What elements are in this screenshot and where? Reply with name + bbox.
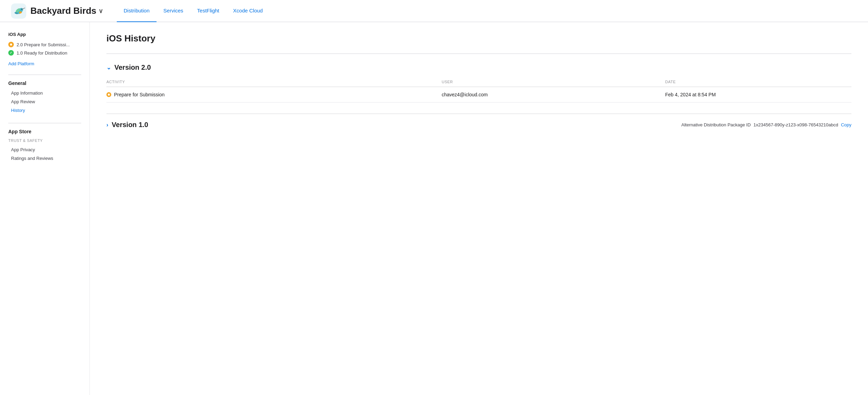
table-cell-activity: Prepare for Submission bbox=[106, 87, 442, 103]
svg-point-3 bbox=[20, 8, 23, 11]
version-1-chevron: › bbox=[106, 122, 108, 128]
tab-services[interactable]: Services bbox=[157, 0, 190, 22]
app-header: Backyard Birds ∨ Distribution Services T… bbox=[0, 0, 868, 22]
page-layout: iOS App 2.0 Prepare for Submissi... 1.0 … bbox=[0, 22, 868, 395]
app-title[interactable]: Backyard Birds ∨ bbox=[30, 6, 103, 16]
sidebar-appstore-label: App Store bbox=[8, 129, 81, 134]
version-1-section: › Version 1.0 Alternative Distribution P… bbox=[106, 121, 851, 129]
sidebar-trust-safety-label: TRUST & SAFETY bbox=[8, 138, 81, 143]
sidebar-version-1[interactable]: 1.0 Ready for Distribution bbox=[8, 49, 81, 57]
sidebar-item-ratings-reviews[interactable]: Ratings and Reviews bbox=[8, 154, 81, 163]
table-header-row: ACTIVITY USER DATE bbox=[106, 77, 851, 87]
col-header-user: USER bbox=[442, 77, 665, 87]
sidebar-ios-label: iOS App bbox=[8, 32, 81, 37]
version-divider bbox=[106, 114, 851, 114]
app-name-chevron: ∨ bbox=[98, 7, 103, 15]
activity-text: Prepare for Submission bbox=[114, 92, 164, 97]
activity-cell: Prepare for Submission bbox=[106, 92, 436, 97]
version-1-header[interactable]: › Version 1.0 Alternative Distribution P… bbox=[106, 121, 851, 129]
version-2-title: Version 2.0 bbox=[114, 64, 151, 71]
sidebar-ios-section: iOS App 2.0 Prepare for Submissi... 1.0 … bbox=[8, 32, 81, 66]
table-row: Prepare for Submission chavez4@icloud.co… bbox=[106, 87, 851, 103]
svg-point-5 bbox=[21, 9, 22, 9]
tab-distribution[interactable]: Distribution bbox=[117, 0, 157, 22]
app-identity: Backyard Birds ∨ bbox=[11, 3, 103, 19]
version-2-table: ACTIVITY USER DATE Prepare for Submissio… bbox=[106, 77, 851, 103]
activity-status-dot bbox=[106, 92, 111, 97]
sidebar-item-app-information[interactable]: App Information bbox=[8, 89, 81, 97]
table-cell-date: Feb 4, 2024 at 8:54 PM bbox=[665, 87, 851, 103]
main-divider-top bbox=[106, 54, 851, 54]
sidebar-divider-1 bbox=[8, 75, 81, 75]
sidebar-v1-text: 1.0 Ready for Distribution bbox=[17, 50, 67, 56]
sidebar-item-app-privacy[interactable]: App Privacy bbox=[8, 145, 81, 154]
col-header-activity: ACTIVITY bbox=[106, 77, 442, 87]
sidebar-general-label: General bbox=[8, 80, 81, 86]
version-2-header[interactable]: ⌄ Version 2.0 bbox=[106, 64, 851, 71]
version-2-chevron: ⌄ bbox=[106, 64, 111, 71]
version-1-alt-id-container: Alternative Distribution Package ID 1x23… bbox=[681, 122, 851, 127]
sidebar-item-app-review[interactable]: App Review bbox=[8, 97, 81, 106]
version-1-title: Version 1.0 bbox=[112, 121, 148, 129]
alt-distribution-label: Alternative Distribution Package ID bbox=[681, 122, 751, 127]
version-2-section: ⌄ Version 2.0 ACTIVITY USER DATE bbox=[106, 64, 851, 103]
col-header-date: DATE bbox=[665, 77, 851, 87]
tab-testflight[interactable]: TestFlight bbox=[190, 0, 226, 22]
sidebar-divider-2 bbox=[8, 123, 81, 123]
copy-button[interactable]: Copy bbox=[841, 122, 851, 127]
page-title: iOS History bbox=[106, 33, 851, 44]
main-content: iOS History ⌄ Version 2.0 ACTIVITY USER … bbox=[90, 22, 868, 395]
sidebar-appstore-section: App Store TRUST & SAFETY App Privacy Rat… bbox=[8, 129, 81, 163]
app-icon bbox=[11, 3, 26, 19]
status-dot-yellow-v2 bbox=[8, 42, 14, 47]
status-dot-green-v1 bbox=[8, 50, 14, 56]
add-platform-link[interactable]: Add Platform bbox=[8, 61, 81, 66]
table-cell-user: chavez4@icloud.com bbox=[442, 87, 665, 103]
top-nav: Distribution Services TestFlight Xcode C… bbox=[117, 0, 270, 22]
tab-xcode-cloud[interactable]: Xcode Cloud bbox=[226, 0, 270, 22]
sidebar: iOS App 2.0 Prepare for Submissi... 1.0 … bbox=[0, 22, 90, 395]
sidebar-v2-text: 2.0 Prepare for Submissi... bbox=[17, 42, 70, 47]
app-name-text: Backyard Birds bbox=[30, 6, 96, 16]
alt-distribution-id: 1x234567-890y-z123-x098-76543210abcd bbox=[754, 122, 838, 127]
sidebar-version-2[interactable]: 2.0 Prepare for Submissi... bbox=[8, 40, 81, 49]
sidebar-general-section: General App Information App Review Histo… bbox=[8, 80, 81, 115]
sidebar-item-history[interactable]: History bbox=[8, 106, 81, 115]
